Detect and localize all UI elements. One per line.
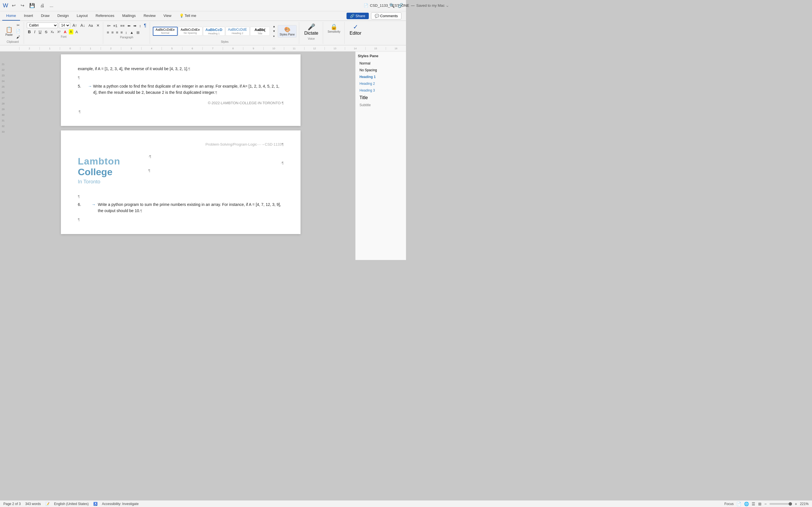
font-name-select[interactable]: Calibri (27, 22, 58, 28)
lambton-logo: Lambton College In Toronto (78, 156, 140, 186)
style-title[interactable]: AaBb( Title (250, 27, 270, 36)
tab-home[interactable]: Home (2, 11, 20, 20)
save-btn[interactable]: 💾 (28, 2, 36, 9)
justify-btn[interactable]: ≡ (119, 30, 123, 35)
ruler-mark: 1 (40, 47, 60, 50)
strikethrough-btn[interactable]: S (44, 29, 49, 35)
font-color-btn[interactable]: A (63, 29, 67, 35)
decrease-indent-btn[interactable]: ⬅ (126, 23, 132, 29)
tab-review[interactable]: Review (140, 11, 160, 20)
style-normal-name: Normal (161, 32, 169, 34)
word-app-icon: W (3, 2, 8, 9)
tab-tell-me[interactable]: 💡 Tell me (175, 11, 200, 20)
tab-references[interactable]: References (92, 11, 118, 20)
line-spacing-btn[interactable]: ↕ (124, 30, 128, 35)
clipboard-buttons: 📋 Paste ✂ 📄 🖌 (4, 22, 21, 40)
shading-btn[interactable]: ▲ (129, 30, 135, 35)
page2-para-mark1: ·¶ (148, 153, 284, 160)
doc-area[interactable]: example, if A = [1, 2, 3, 4], the revers… (6, 52, 355, 260)
style-no-spacing[interactable]: AaBbCcDdEe No Spacing (178, 27, 202, 36)
ruler-mark: 13 (324, 47, 345, 50)
line-num: 26 (2, 91, 4, 94)
styles-pane-btn[interactable]: 🎨 Styles Pane (278, 25, 297, 38)
tab-insert[interactable]: Insert (20, 11, 37, 20)
dictate-label: Dictate (304, 31, 318, 36)
format-painter-button[interactable]: 🖌 (15, 34, 21, 40)
show-marks-btn[interactable]: ¶ (143, 22, 147, 29)
multilevel-btn[interactable]: ≡≡ (119, 23, 126, 29)
line-num: 33 (2, 130, 4, 133)
title-bar-center: 📄 CSD_1133_TEST_ONE — Saved to my Mac ⌵ (364, 3, 406, 8)
align-right-btn[interactable]: ≡ (115, 30, 119, 35)
tab-mailings[interactable]: Mailings (118, 11, 140, 20)
style-item-h2[interactable]: Heading 2 (358, 80, 404, 87)
style-item-title[interactable]: Title (358, 94, 404, 101)
border-btn[interactable]: ⊞ (135, 30, 141, 35)
style-item-subtitle[interactable]: Subtitle (358, 102, 404, 108)
bold-btn[interactable]: B (27, 29, 32, 35)
ruler-mark: 5 (161, 47, 182, 50)
print-btn[interactable]: 🖨 (39, 3, 46, 9)
more-btn[interactable]: ... (48, 3, 55, 9)
share-button[interactable]: 🔗 Share (347, 13, 368, 19)
cut-button[interactable]: ✂ (15, 22, 21, 28)
superscript-btn[interactable]: X² (56, 30, 61, 34)
italic-btn[interactable]: I (33, 29, 36, 35)
shrink-font-btn[interactable]: A↓ (79, 22, 86, 28)
align-center-btn[interactable]: ≡ (110, 30, 114, 35)
list-item-5: 5. → Write a python code to find the fir… (78, 83, 284, 96)
style-item-normal[interactable]: Normal (358, 60, 404, 66)
bullets-btn[interactable]: ≡• (106, 23, 112, 29)
style-gallery-more-btn[interactable]: ▾ (271, 34, 276, 38)
voice-group: 🎤 Dictate Voice (300, 22, 323, 44)
logo-lambton: Lambton (78, 156, 140, 166)
dictate-btn[interactable]: 🎤 Dictate (302, 22, 320, 37)
underline-btn[interactable]: U (38, 29, 43, 35)
sensitivity-btn[interactable]: 🔒 Sensitivity (326, 22, 342, 34)
tab-draw[interactable]: Draw (37, 11, 53, 20)
page-1: example, if A = [1, 2, 3, 4], the revers… (61, 54, 301, 126)
increase-indent-btn[interactable]: ➡ (132, 23, 138, 29)
sort-btn[interactable]: ↕ (138, 23, 142, 29)
style-gallery-down-btn[interactable]: ▼ (271, 29, 276, 33)
editor-btn[interactable]: ✓ Editor (347, 22, 364, 37)
grow-font-btn[interactable]: A↑ (71, 22, 78, 28)
line-num: 31 (2, 119, 4, 122)
tab-view[interactable]: View (160, 11, 175, 20)
page2-end-mark: ¶ (78, 216, 284, 223)
undo-btn[interactable]: ↩ (10, 2, 17, 9)
line-num: 24 (2, 80, 4, 82)
tab-layout[interactable]: Layout (73, 11, 92, 20)
clear-format-btn[interactable]: ✕ (95, 23, 101, 28)
title-bar-left: W ↩ ↪ 💾 🖨 ... (3, 2, 55, 9)
style-gallery: AaBbCcDdEe Normal AaBbCcDdEe No Spacing … (153, 27, 270, 36)
font-size-select[interactable]: 14 (59, 22, 70, 28)
redo-btn[interactable]: ↪ (19, 2, 26, 9)
style-item-h1[interactable]: Heading 1 (358, 74, 404, 80)
style-heading1-preview: AaBbCcD (206, 27, 222, 32)
paste-button[interactable]: 📋 Paste (4, 25, 14, 37)
copy-button[interactable]: 📄 (15, 29, 21, 34)
style-item-h3[interactable]: Heading 3 (358, 87, 404, 94)
list-item-6: 6. → Write a python program to sum the p… (78, 202, 284, 214)
style-gallery-up-btn[interactable]: ▲ (271, 24, 276, 29)
highlight-btn[interactable]: A (69, 29, 73, 34)
styles-pane-title: Styles Pane (358, 54, 404, 58)
line-num: 25 (2, 86, 4, 88)
numbered-btn[interactable]: ≡1 (112, 23, 119, 29)
align-left-btn[interactable]: ≡ (106, 30, 110, 35)
item5-num: 5. (78, 83, 88, 96)
change-case-btn[interactable]: Aa (87, 23, 94, 28)
subscript-btn[interactable]: X₂ (50, 30, 55, 34)
style-heading1[interactable]: AaBbCcD Heading 1 (203, 27, 225, 36)
style-item-no-spacing[interactable]: No Spacing (358, 67, 404, 73)
editor-icon: ✓ (353, 23, 358, 31)
tab-design[interactable]: Design (54, 11, 73, 20)
comments-button[interactable]: 💬 Comments (371, 12, 402, 19)
editor-group: ✓ Editor (345, 22, 366, 44)
style-heading2[interactable]: AaBbCcDdE Heading 2 (225, 27, 250, 36)
ribbon-tabs: Home Insert Draw Design Layout Reference… (0, 11, 406, 21)
style-normal[interactable]: AaBbCcDdEe Normal (153, 27, 177, 36)
text-effects-btn[interactable]: A (74, 29, 79, 35)
voice-label: Voice (308, 37, 315, 40)
